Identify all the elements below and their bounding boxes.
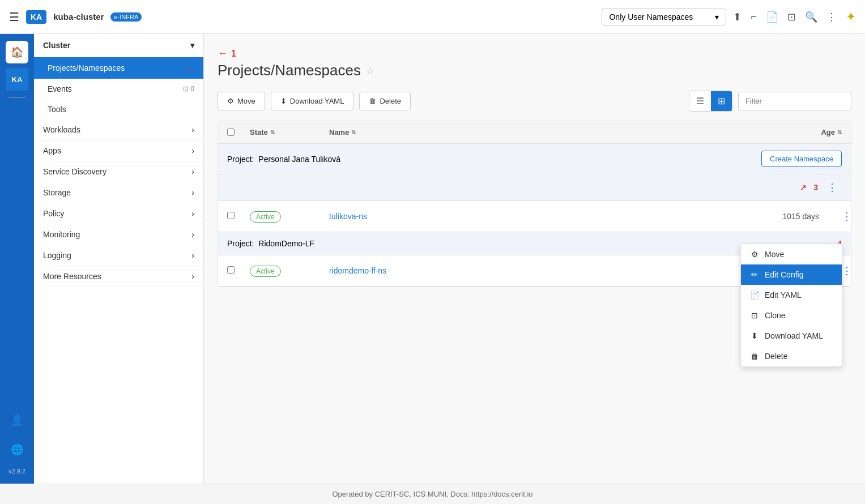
row2-checkbox[interactable] <box>227 266 235 274</box>
search-icon[interactable]: 🔍 <box>805 11 817 23</box>
namespace-selector-label: Only User Namespaces <box>609 12 693 22</box>
favorite-star-icon[interactable]: ☆ <box>365 65 374 77</box>
ctx-move-item[interactable]: ⚙ Move <box>741 244 842 264</box>
version-label: v2.9.2 <box>8 468 25 475</box>
ctx-edit-config-item[interactable]: ✏ Edit Config <box>741 264 842 285</box>
events-badge: ⊡ 0 <box>183 85 194 93</box>
sidebar-item-events[interactable]: Events ⊡ 0 <box>34 79 203 99</box>
sidebar-user-icon[interactable]: 👤 <box>6 409 28 432</box>
sidebar-item-storage[interactable]: Storage › <box>34 182 203 203</box>
sidebar-item-policy[interactable]: Policy › <box>34 203 203 224</box>
download-icon: ⬇ <box>280 97 287 105</box>
topbar-icons: ⬆ ⌐ 📄 ⊡ 🔍 ⋮ ✦ <box>733 10 856 24</box>
footer-text: Operated by CERIT-SC, ICS MUNI, Docs: ht… <box>333 490 533 498</box>
row1-name-cell: tulikova-ns <box>320 205 760 228</box>
monitoring-chevron-icon: › <box>191 230 194 239</box>
service-discovery-label: Service Discovery <box>43 167 106 176</box>
ctx-download-yaml-item[interactable]: ⬇ Download YAML <box>741 326 842 346</box>
upload-icon[interactable]: ⬆ <box>733 11 742 23</box>
status-badge: Active <box>250 211 281 223</box>
more-icon[interactable]: ⋮ <box>826 11 837 23</box>
row1-status-cell: Active <box>241 205 320 228</box>
sidebar-icons: 🏠 KA 👤 🌐 v2.9.2 <box>0 34 34 484</box>
move-button[interactable]: ⚙ Move <box>218 92 265 110</box>
sidebar-globe-icon[interactable]: 🌐 <box>6 438 28 461</box>
sidebar-item-monitoring[interactable]: Monitoring › <box>34 224 203 245</box>
project2-name: RidomDemo-LF <box>258 239 314 248</box>
sidebar-item-projects-namespaces[interactable]: Projects/Namespaces → <box>34 57 203 79</box>
sidebar-item-apps[interactable]: Apps › <box>34 140 203 161</box>
ctx-move-icon: ⚙ <box>750 250 759 259</box>
row2-checkbox-cell <box>218 259 241 282</box>
delete-label: Delete <box>380 97 401 105</box>
cluster-chevron-icon: ▾ <box>190 41 194 50</box>
sidebar-item-more-resources[interactable]: More Resources › <box>34 266 203 287</box>
cluster-section-header[interactable]: Cluster ▾ <box>34 34 203 57</box>
row1-checkbox[interactable] <box>227 212 235 219</box>
annotation-1: 1 <box>231 49 236 59</box>
ka-label: KA <box>12 75 23 84</box>
layout-icon[interactable]: ⊡ <box>787 11 796 23</box>
row2-status-cell: Active <box>241 259 320 282</box>
download-yaml-button[interactable]: ⬇ Download YAML <box>271 92 354 110</box>
project2-label: Project: <box>227 239 254 248</box>
th-state[interactable]: State ⇅ <box>241 121 320 143</box>
row1-kebab-button[interactable]: ⋮ <box>837 208 851 225</box>
sidebar-ka-btn[interactable]: KA <box>6 68 28 91</box>
ctx-edit-yaml-item[interactable]: 📄 Edit YAML <box>741 285 842 305</box>
sidebar-item-tools[interactable]: Tools <box>34 99 203 119</box>
more-resources-label: More Resources <box>43 272 101 281</box>
sidebar-item-service-discovery[interactable]: Service Discovery › <box>34 161 203 182</box>
sidebar-home-btn[interactable]: 🏠 <box>6 41 28 63</box>
ctx-delete-item[interactable]: 🗑 Delete <box>741 346 842 366</box>
row1-age-cell: 1015 days <box>760 205 828 228</box>
list-view-icon: ☰ <box>696 96 704 106</box>
project1-kebab-button[interactable]: ⋮ <box>823 179 842 196</box>
create-namespace-button[interactable]: Create Namespace <box>761 151 842 167</box>
page-title: Projects/Namespaces <box>218 62 361 79</box>
age-header-label: Age <box>821 128 835 136</box>
ctx-edit-yaml-label: Edit YAML <box>765 291 802 300</box>
namespace-selector[interactable]: Only User Namespaces ▾ <box>602 8 726 25</box>
row2-name-cell: ridomdemo-lf-ns <box>320 259 760 282</box>
sidebar-bottom-icons: 👤 🌐 v2.9.2 <box>6 409 28 484</box>
select-all-checkbox[interactable] <box>227 129 235 136</box>
project2-label-wrapper: Project: RidomDemo-LF <box>227 239 314 248</box>
storage-label: Storage <box>43 188 71 197</box>
name-sort-icon: ⇅ <box>351 129 356 135</box>
delete-icon: 🗑 <box>369 97 376 105</box>
ctx-clone-item[interactable]: ⊡ Clone <box>741 305 842 326</box>
infra-badge: e-INFRA <box>110 12 142 22</box>
logging-label: Logging <box>43 251 71 260</box>
nav-sidebar: Cluster ▾ Projects/Namespaces → Events ⊡… <box>34 34 204 484</box>
sidebar-item-workloads[interactable]: Workloads › <box>34 119 203 140</box>
filter-input[interactable] <box>738 92 851 110</box>
terminal-icon[interactable]: ⌐ <box>751 11 757 23</box>
main-layout: 🏠 KA 👤 🌐 v2.9.2 Cluster ▾ Projects/Names… <box>0 34 865 484</box>
namespace-link[interactable]: tulikova-ns <box>329 212 367 221</box>
namespace-link[interactable]: ridomdemo-lf-ns <box>329 266 386 275</box>
apps-chevron-icon: › <box>191 146 194 155</box>
page-header: Projects/Namespaces ☆ <box>218 62 851 79</box>
workloads-chevron-icon: › <box>191 125 194 134</box>
events-label: Events <box>48 84 183 93</box>
ctx-edit-config-label: Edit Config <box>765 270 803 279</box>
file-icon[interactable]: 📄 <box>766 11 778 23</box>
status-badge: Active <box>250 266 281 277</box>
cluster-name: kuba-cluster <box>53 12 104 22</box>
sidebar-item-logging[interactable]: Logging › <box>34 245 203 266</box>
content-area: ← 1 Projects/Namespaces ☆ ⚙ Move ⬇ Downl… <box>204 34 865 484</box>
apps-label: Apps <box>43 146 61 155</box>
delete-button[interactable]: 🗑 Delete <box>359 92 411 110</box>
active-arrow-icon: → <box>185 63 194 73</box>
grid-view-button[interactable]: ⊞ <box>711 91 732 111</box>
hamburger-icon[interactable]: ☰ <box>9 10 19 24</box>
th-name[interactable]: Name ⇅ <box>320 121 783 143</box>
name-header-label: Name <box>329 128 349 136</box>
project1-label: Project: Personal Jana Tuliková <box>227 155 340 164</box>
ctx-delete-icon: 🗑 <box>750 352 759 361</box>
th-age[interactable]: Age ⇅ <box>783 121 851 143</box>
logging-chevron-icon: › <box>191 251 194 260</box>
cluster-badge: KA <box>26 10 46 24</box>
list-view-button[interactable]: ☰ <box>689 91 711 111</box>
